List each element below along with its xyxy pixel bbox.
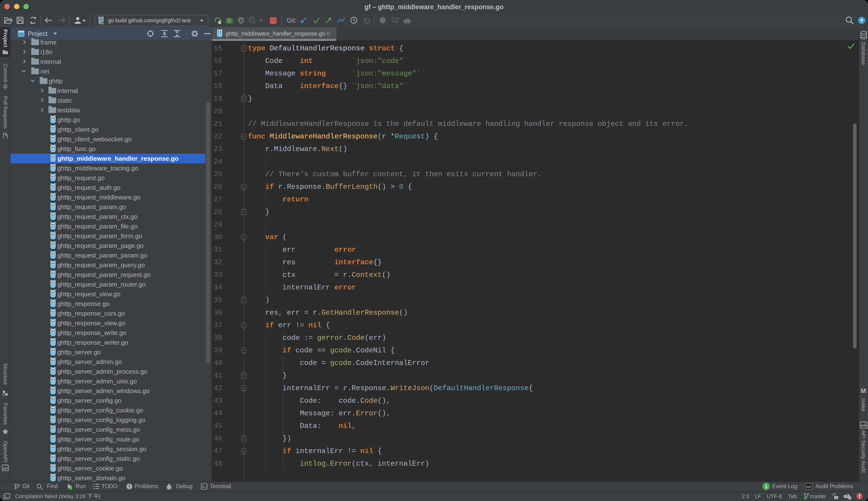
svg-text:/API: /API	[806, 486, 811, 488]
svg-text:/API: /API	[861, 424, 867, 427]
svg-text:?: ?	[846, 493, 848, 497]
svg-text:/API: /API	[3, 467, 8, 470]
